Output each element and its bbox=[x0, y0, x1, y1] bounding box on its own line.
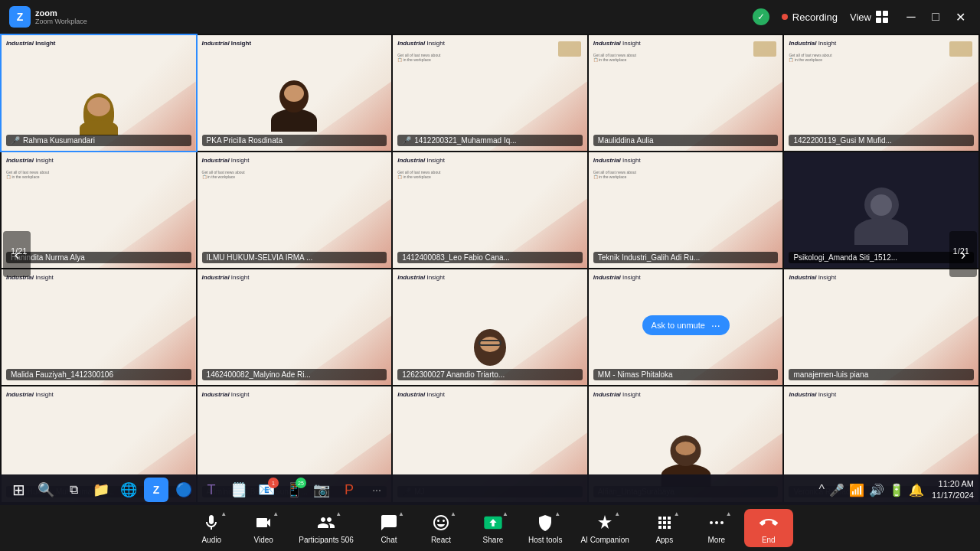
emoji-icon bbox=[432, 514, 450, 532]
more-options-icon[interactable]: ··· bbox=[711, 319, 720, 331]
whatsapp-button[interactable]: 📱 25 bbox=[282, 478, 306, 502]
mic-tray-icon[interactable]: 🎤 bbox=[829, 483, 844, 497]
ai-companion-icon-wrap: ▲ bbox=[594, 512, 616, 533]
share-button[interactable]: ▲ Share bbox=[469, 509, 518, 547]
video-tile[interactable]: Industrial Insight Get all of last news … bbox=[589, 35, 783, 151]
search-button[interactable]: 🔍 bbox=[34, 478, 58, 502]
powerpoint-button[interactable]: P bbox=[337, 478, 361, 502]
more-apps-button[interactable]: ··· bbox=[364, 478, 389, 502]
audio-chevron-icon[interactable]: ▲ bbox=[220, 510, 227, 517]
volume-icon[interactable]: 🔊 bbox=[869, 483, 884, 497]
video-tile[interactable]: Industrial Insight Get all of last news … bbox=[784, 35, 978, 151]
file-explorer-button[interactable]: 📁 bbox=[89, 478, 113, 502]
recording-text: Recording bbox=[792, 11, 838, 23]
apps-label: Apps bbox=[655, 536, 673, 544]
chrome-button[interactable]: 🔵 bbox=[172, 478, 196, 502]
share-label: Share bbox=[483, 536, 504, 544]
video-camera-icon bbox=[254, 514, 273, 532]
shield-host-icon bbox=[536, 514, 554, 532]
close-button[interactable]: ✕ bbox=[949, 6, 971, 28]
chat-chevron-icon[interactable]: ▲ bbox=[398, 510, 404, 517]
video-tile[interactable]: Industrial Insight 1462400082_Malyino Ad… bbox=[198, 269, 392, 385]
participants-chevron-icon[interactable]: ▲ bbox=[335, 510, 341, 517]
apps-chevron-icon[interactable]: ▲ bbox=[674, 510, 680, 517]
clock-date: 11/17/2024 bbox=[932, 490, 974, 501]
video-chevron-icon[interactable]: ▲ bbox=[273, 510, 279, 517]
teams-button[interactable]: T bbox=[199, 478, 224, 502]
svg-point-1 bbox=[710, 521, 713, 524]
video-tile[interactable]: Industrial Insight PKA Pricilla Rosdinat… bbox=[198, 35, 392, 151]
audio-button[interactable]: ▲ Audio bbox=[187, 509, 236, 547]
minimize-button[interactable]: ─ bbox=[900, 6, 922, 28]
host-tools-icon-wrap: ▲ bbox=[534, 512, 556, 533]
zoom-taskbar-app[interactable]: Z bbox=[144, 478, 168, 502]
more-label: More bbox=[707, 536, 725, 544]
react-icon-wrap: ▲ bbox=[430, 512, 452, 533]
sticky-notes-button[interactable]: 🗒️ bbox=[227, 478, 251, 502]
logo-area: Z zoom Zoom Workplace bbox=[9, 6, 87, 28]
view-button[interactable]: View bbox=[850, 11, 888, 23]
grid-view-icon bbox=[876, 11, 888, 23]
video-tile[interactable]: Industrial Insight Get all of last news … bbox=[393, 35, 587, 151]
participants-icon-wrap: ▲ bbox=[315, 512, 337, 533]
end-label: End bbox=[762, 536, 776, 544]
host-tools-chevron-icon[interactable]: ▲ bbox=[554, 510, 560, 517]
participants-label: Participants 506 bbox=[299, 536, 354, 544]
page-indicator-left: 1/21 bbox=[11, 246, 27, 256]
video-tile[interactable]: Industrial Insight Ask to unmute ··· MM … bbox=[589, 269, 783, 385]
ai-companion-label: AI Companion bbox=[580, 536, 629, 544]
video-tile[interactable]: Industrial Insight 🎤 Rahma Kusumandari bbox=[2, 35, 196, 151]
logo-text: zoom Zoom Workplace bbox=[35, 8, 87, 25]
battery-icon[interactable]: 🔋 bbox=[889, 483, 904, 497]
more-chevron-icon[interactable]: ▲ bbox=[726, 510, 732, 517]
tray-chevron[interactable]: ^ bbox=[818, 483, 825, 497]
video-tile[interactable]: Industrial Insight Get all of last news … bbox=[393, 152, 587, 268]
video-tile[interactable]: Industrial Insight Get all of last news … bbox=[589, 152, 783, 268]
end-button[interactable]: End bbox=[744, 509, 793, 547]
video-icon-wrap: ▲ bbox=[253, 512, 274, 533]
video-button[interactable]: ▲ Video bbox=[239, 509, 288, 547]
start-menu-button[interactable]: ⊞ bbox=[6, 478, 31, 502]
audio-label: Audio bbox=[201, 536, 221, 544]
host-tools-button[interactable]: ▲ Host tools bbox=[521, 509, 570, 547]
react-button[interactable]: ▲ React bbox=[416, 509, 466, 547]
more-button[interactable]: ▲ More bbox=[692, 509, 741, 547]
ask-unmute-popup[interactable]: Ask to unmute ··· bbox=[642, 315, 730, 335]
instagram-button[interactable]: 📷 bbox=[309, 478, 334, 502]
system-tray: ^ 🎤 📶 🔊 🔋 🔔 11:20 AM 11/17/2024 bbox=[818, 478, 974, 502]
system-tray-icons: ^ 🎤 📶 🔊 🔋 🔔 bbox=[818, 483, 924, 497]
react-chevron-icon[interactable]: ▲ bbox=[450, 510, 456, 517]
tile-label: Psikologi_Amanda Siti_1512... bbox=[789, 252, 974, 263]
system-clock[interactable]: 11:20 AM 11/17/2024 bbox=[932, 478, 974, 502]
task-view-button[interactable]: ⧉ bbox=[61, 478, 86, 502]
ai-companion-button[interactable]: ▲ AI Companion bbox=[573, 509, 636, 547]
ai-companion-chevron-icon[interactable]: ▲ bbox=[614, 510, 620, 517]
people-icon bbox=[317, 514, 335, 532]
apps-button[interactable]: ▲ Apps bbox=[640, 509, 689, 547]
edge-button[interactable]: 🌐 bbox=[116, 478, 141, 502]
tile-label: MM - Nimas Phitaloka bbox=[593, 369, 779, 380]
chat-bubble-icon bbox=[380, 514, 398, 532]
taskbar-apps: ⊞ 🔍 ⧉ 📁 🌐 Z 🔵 T 🗒️ 📧 1 📱 25 📷 P ··· bbox=[6, 478, 389, 502]
video-tile[interactable]: Industrial Insight Malida Fauziyah_14123… bbox=[2, 269, 196, 385]
ask-unmute-text: Ask to unmute bbox=[652, 321, 705, 330]
clock-time: 11:20 AM bbox=[932, 478, 974, 490]
share-chevron-icon[interactable]: ▲ bbox=[502, 510, 508, 517]
video-grid: Industrial Insight 🎤 Rahma Kusumandari I… bbox=[0, 34, 980, 505]
video-tile[interactable]: Industrial Insight 1262300027 Anandio Tr… bbox=[393, 269, 587, 385]
grid-apps-icon bbox=[655, 514, 674, 532]
tile-label: Hanindita Nurma Alya bbox=[6, 252, 191, 263]
end-icon-wrap bbox=[758, 512, 779, 533]
svg-point-3 bbox=[720, 521, 724, 524]
chat-button[interactable]: ▲ Chat bbox=[364, 509, 413, 547]
participants-button[interactable]: ▲ Participants 506 bbox=[291, 509, 361, 547]
notification-icon[interactable]: 🔔 bbox=[909, 483, 924, 497]
video-tile[interactable]: Industrial Insight Get all of last news … bbox=[198, 152, 392, 268]
chat-icon-wrap: ▲ bbox=[378, 512, 400, 533]
video-tile[interactable]: Industrial Insight manajemen-luis piana bbox=[784, 269, 978, 385]
recording-badge: Recording bbox=[782, 11, 838, 23]
network-icon[interactable]: 📶 bbox=[849, 483, 864, 497]
mail-button[interactable]: 📧 1 bbox=[254, 478, 279, 502]
video-tile[interactable]: Industrial Insight Get all of last news … bbox=[2, 152, 196, 268]
maximize-button[interactable]: □ bbox=[925, 6, 946, 28]
